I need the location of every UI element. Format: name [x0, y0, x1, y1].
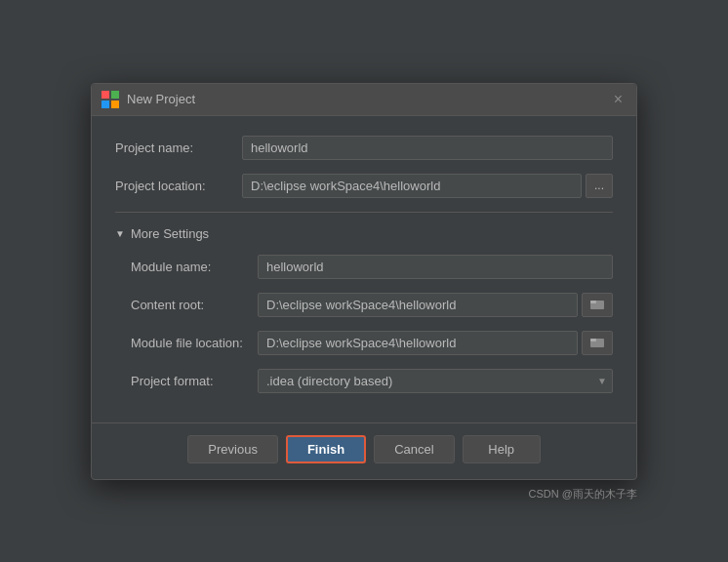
- browse-button[interactable]: ...: [586, 174, 613, 198]
- module-name-label: Module name:: [131, 260, 258, 274]
- module-file-location-group: [258, 331, 613, 355]
- more-settings-header[interactable]: ▼ More Settings: [115, 226, 613, 241]
- project-name-input[interactable]: [242, 136, 613, 160]
- module-file-location-row: Module file location:: [131, 331, 613, 355]
- project-format-label: Project format:: [131, 374, 258, 388]
- project-name-row: Project name:: [115, 136, 613, 160]
- project-name-label: Project name:: [115, 140, 242, 155]
- cancel-button[interactable]: Cancel: [374, 435, 454, 463]
- svg-rect-3: [111, 100, 119, 108]
- folder-icon: [590, 336, 604, 347]
- help-button[interactable]: Help: [463, 435, 541, 463]
- content-root-browse-button[interactable]: [582, 293, 613, 317]
- dialog-title: New Project: [127, 92, 602, 106]
- watermark: CSDN @雨天的木子李: [529, 487, 637, 502]
- new-project-dialog: New Project × Project name: Project loca…: [91, 83, 637, 480]
- content-root-row: Content root:: [131, 293, 613, 317]
- content-root-group: [258, 293, 613, 317]
- svg-rect-0: [101, 91, 109, 99]
- project-location-group: ...: [242, 174, 613, 198]
- content-root-label: Content root:: [131, 298, 258, 312]
- svg-rect-2: [101, 100, 109, 108]
- more-settings-content: Module name: Content root:: [115, 255, 613, 393]
- project-format-row: Project format: .idea (directory based) …: [131, 369, 613, 393]
- module-file-location-label: Module file location:: [131, 336, 258, 350]
- close-button[interactable]: ×: [610, 90, 627, 109]
- module-name-input[interactable]: [258, 255, 613, 279]
- chevron-down-icon: ▼: [115, 228, 125, 239]
- project-format-select-wrapper: .idea (directory based) .ipr (file based…: [258, 369, 613, 393]
- project-location-row: Project location: ...: [115, 174, 613, 198]
- project-format-select[interactable]: .idea (directory based) .ipr (file based…: [258, 369, 613, 393]
- project-location-input[interactable]: [242, 174, 582, 198]
- app-icon: [101, 91, 119, 108]
- dialog-footer: Previous Finish Cancel Help: [92, 422, 636, 479]
- module-file-location-browse-button[interactable]: [582, 331, 613, 355]
- project-location-label: Project location:: [115, 179, 242, 193]
- folder-icon: [590, 298, 604, 309]
- content-root-input[interactable]: [258, 293, 578, 317]
- separator: [115, 212, 613, 213]
- more-settings-title: More Settings: [131, 226, 209, 241]
- svg-rect-7: [590, 339, 596, 341]
- dialog-body: Project name: Project location: ... ▼ Mo…: [92, 116, 636, 422]
- svg-rect-1: [111, 91, 119, 99]
- module-name-row: Module name:: [131, 255, 613, 279]
- previous-button[interactable]: Previous: [187, 435, 278, 463]
- finish-button[interactable]: Finish: [286, 435, 366, 463]
- dialog-titlebar: New Project ×: [92, 84, 636, 116]
- svg-rect-5: [590, 301, 596, 303]
- module-file-location-input[interactable]: [258, 331, 578, 355]
